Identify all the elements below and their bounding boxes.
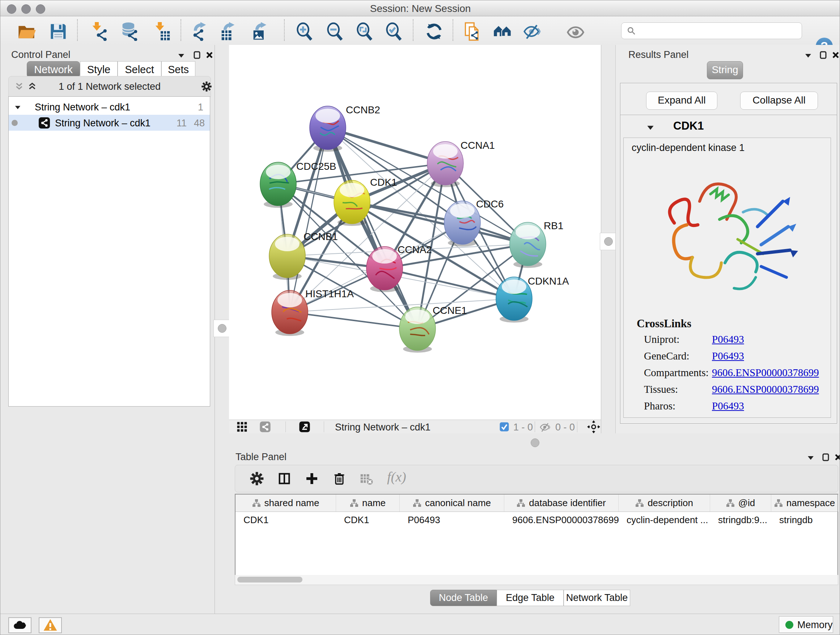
table-cell[interactable]: CDK1 — [336, 511, 400, 528]
export-image-icon[interactable] — [251, 22, 270, 41]
gene-expand-icon[interactable] — [646, 123, 655, 133]
hidden-eye-icon[interactable] — [539, 421, 551, 433]
network-node-CCNB1[interactable] — [269, 234, 305, 280]
table-settings-gear-icon[interactable] — [249, 471, 264, 486]
crosslink-link[interactable]: P06493 — [712, 333, 744, 345]
network-node-CCNE1[interactable] — [399, 307, 436, 353]
table-cell[interactable]: stringdb:9... — [710, 511, 771, 528]
panel-float-icon[interactable] — [819, 51, 828, 59]
panel-close-icon[interactable] — [831, 51, 840, 59]
crosslink-link[interactable]: P06493 — [712, 400, 744, 412]
zoom-in-icon[interactable] — [295, 22, 314, 41]
export-network-icon[interactable] — [191, 22, 210, 41]
network-node-CCNA2[interactable] — [366, 247, 403, 292]
open-in-string-icon[interactable] — [299, 421, 310, 432]
panel-menu-icon[interactable] — [177, 51, 186, 60]
network-collection-row[interactable]: String Network – cdk1 1 — [9, 99, 210, 115]
status-bar: Memory — [0, 614, 840, 635]
export-table-icon[interactable] — [219, 22, 238, 41]
string-tab-icon[interactable] — [259, 421, 271, 432]
save-session-icon[interactable] — [49, 22, 68, 41]
zoom-out-icon[interactable] — [325, 22, 344, 41]
network-node-CCNB2[interactable] — [309, 106, 346, 152]
column-header-name[interactable]: name — [336, 494, 400, 511]
delete-column-icon[interactable] — [332, 471, 347, 486]
network-node-CCNA1[interactable] — [427, 141, 463, 187]
show-columns-icon[interactable] — [277, 471, 292, 486]
tab-network-table[interactable]: Network Table — [564, 590, 630, 606]
cloud-button[interactable] — [8, 617, 32, 633]
toolbar-separator — [453, 19, 453, 41]
network-node-CDC25B[interactable] — [260, 162, 296, 208]
network-node-RB1[interactable] — [510, 222, 546, 268]
network-canvas[interactable]: CCNB2CCNA1CDC25BCDK1CDC6RB1CCNB1CCNA2CDK… — [229, 45, 601, 420]
right-splitter-handle[interactable] — [600, 233, 617, 250]
table-cell[interactable]: P06493 — [400, 511, 504, 528]
left-splitter[interactable] — [215, 45, 230, 614]
table-cell[interactable]: stringdb — [771, 511, 838, 528]
zoom-selected-icon[interactable] — [385, 22, 403, 41]
tab-edge-table[interactable]: Edge Table — [497, 590, 564, 606]
left-splitter-handle[interactable] — [213, 320, 231, 337]
table-splitter[interactable] — [229, 433, 840, 451]
zoom-fit-icon[interactable] — [355, 22, 374, 41]
table-hscrollbar[interactable] — [235, 575, 838, 585]
crosslink-link[interactable]: 9606.ENSP00000378699 — [712, 367, 819, 378]
node-label-RB1: RB1 — [544, 220, 563, 231]
column-header--id[interactable]: @id — [710, 494, 771, 511]
homes-icon[interactable] — [493, 22, 512, 41]
crosslink-link[interactable]: P06493 — [712, 350, 744, 362]
column-header-description[interactable]: description — [619, 494, 710, 511]
table-hscrollbar-thumb[interactable] — [237, 577, 302, 583]
tab-style[interactable]: Style — [80, 61, 118, 78]
table-cell[interactable]: CDK1 — [235, 511, 336, 528]
import-database-icon[interactable] — [120, 22, 139, 41]
eye-icon[interactable] — [566, 22, 585, 41]
tab-select[interactable]: Select — [118, 61, 161, 78]
column-header-namespace[interactable]: namespace — [771, 494, 838, 511]
gene-description: cyclin-dependent kinase 1 — [632, 142, 745, 154]
memory-label: Memory — [797, 619, 833, 631]
tab-network[interactable]: Network — [27, 61, 80, 78]
panel-menu-icon[interactable] — [804, 51, 813, 60]
import-table-icon[interactable] — [152, 22, 171, 41]
crosslink-link[interactable]: 9606.ENSP00000378699 — [712, 383, 819, 395]
column-header-shared-name[interactable]: shared name — [235, 494, 336, 511]
open-session-icon[interactable] — [17, 22, 36, 41]
table-toolbar: f(x) — [235, 465, 838, 492]
memory-button[interactable]: Memory — [779, 616, 833, 633]
panel-menu-icon[interactable] — [806, 454, 815, 462]
column-header-canonical-name[interactable]: canonical name — [400, 494, 504, 511]
network-row[interactable]: String Network – cdk1 11 48 — [9, 115, 210, 131]
move-icon[interactable] — [587, 420, 600, 433]
import-network-icon[interactable] — [89, 22, 108, 41]
birds-eye-icon[interactable] — [236, 421, 248, 432]
expand-all-button[interactable]: Expand All — [646, 92, 717, 110]
node-table[interactable]: shared namenamecanonical namedatabase id… — [235, 494, 838, 585]
collapse-all-button[interactable]: Collapse All — [740, 92, 818, 110]
table-cell[interactable]: cyclin-dependent ... — [619, 511, 710, 528]
search-input[interactable] — [621, 22, 802, 39]
warnings-button[interactable] — [39, 617, 62, 633]
network-node-CDKN1A[interactable] — [496, 277, 532, 323]
search-icon — [627, 26, 636, 35]
add-column-icon[interactable] — [305, 471, 319, 486]
selected-checkbox-icon[interactable] — [499, 421, 510, 432]
table-cell[interactable]: 9606.ENSP00000378699 — [504, 511, 619, 528]
gear-icon[interactable] — [201, 81, 212, 92]
panel-float-icon[interactable] — [193, 51, 202, 59]
tab-node-table[interactable]: Node Table — [430, 590, 497, 606]
right-splitter[interactable] — [601, 45, 616, 433]
hide-eye-slash-icon[interactable] — [523, 22, 542, 41]
column-header-database-identifier[interactable]: database identifier — [504, 494, 619, 511]
refresh-icon[interactable] — [425, 22, 444, 41]
panel-close-icon[interactable] — [834, 453, 840, 462]
network-node-HIST1H1A[interactable] — [272, 290, 308, 336]
tree-expand-icon[interactable] — [14, 103, 22, 111]
table-header-row: shared namenamecanonical namedatabase id… — [235, 494, 837, 512]
panel-close-icon[interactable] — [205, 51, 214, 59]
panel-float-icon[interactable] — [821, 453, 830, 462]
tab-sets[interactable]: Sets — [161, 61, 195, 78]
copy-network-icon[interactable] — [463, 22, 482, 41]
tab-string[interactable]: String — [707, 61, 743, 79]
